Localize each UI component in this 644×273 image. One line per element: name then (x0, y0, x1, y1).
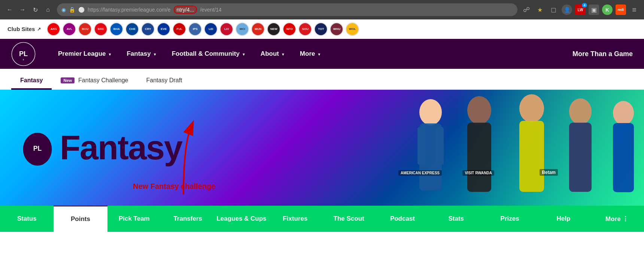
lastpass-badge: 4 (582, 3, 587, 7)
reddit-icon[interactable]: redi (616, 4, 626, 15)
translate-icon[interactable]: ☍ (521, 4, 532, 15)
sponsor-visit-rwanda: VISIT RWANDA (462, 170, 494, 176)
club-logo-brentford[interactable]: BRE (94, 22, 107, 36)
external-link-icon: ↗ (37, 27, 41, 32)
premier-league-arrow-icon: ▼ (108, 52, 112, 56)
status-button[interactable]: Status (0, 206, 54, 232)
transfers-button[interactable]: Transfers (161, 206, 215, 232)
club-logo-fulham[interactable]: FUL (173, 22, 186, 36)
tab-fantasy[interactable]: Fantasy (11, 72, 52, 89)
pl-logo[interactable]: PL ▲ (11, 42, 36, 66)
svg-rect-7 (417, 127, 425, 165)
prizes-button[interactable]: Prizes (483, 206, 537, 232)
extensions-icon[interactable]: ▣ (589, 4, 599, 15)
svg-text:PL: PL (19, 50, 28, 57)
svg-text:▲: ▲ (22, 58, 24, 60)
points-button[interactable]: Points (54, 206, 107, 232)
address-row: https://fantasy.premierleague.com/entry/… (88, 6, 513, 14)
shield-icon: ◉ (61, 7, 66, 13)
nav-football-community[interactable]: Football & Community ▼ (164, 39, 253, 69)
new-badge: New (61, 77, 75, 83)
more-than-game-cta[interactable]: More Than a Game (572, 50, 633, 58)
nav-more[interactable]: More ▼ (292, 39, 329, 69)
club-logo-spurs[interactable]: TOT (314, 22, 328, 36)
browser-chrome: ← → ↻ ⌂ ◉ 🔒 ⚪ https://fantasy.premierlea… (0, 0, 644, 19)
club-logo-chelsea[interactable]: CHE (125, 22, 139, 36)
club-logo-liverpool[interactable]: LIV (220, 22, 233, 36)
back-button[interactable]: ← (4, 4, 15, 15)
menu-icon[interactable]: ≡ (629, 4, 640, 15)
club-logos: ARS AVL BOU BRE BHA CHE CRY EVE FUL IPS … (47, 22, 637, 36)
club-sites-bar: Club Sites ↗ ARS AVL BOU BRE BHA CHE CRY… (0, 19, 644, 39)
svg-rect-10 (467, 123, 491, 192)
key-icon: ⚪ (78, 7, 85, 13)
club-logo-brighton[interactable]: BHA (110, 22, 123, 36)
address-bar-container[interactable]: ◉ 🔒 ⚪ https://fantasy.premierleague.com/… (57, 3, 517, 16)
svg-rect-8 (436, 127, 444, 165)
forward-button[interactable]: → (17, 4, 28, 15)
club-logo-bournemouth[interactable]: BOU (78, 22, 92, 36)
nav-fantasy[interactable]: Fantasy ▼ (119, 39, 164, 69)
club-sites-label: Club Sites (7, 26, 35, 32)
tab-fantasy-challenge[interactable]: New Fantasy Challenge (52, 72, 137, 89)
svg-point-5 (419, 99, 442, 125)
url-before: https://fantasy.premierleague.com/e (88, 7, 171, 13)
hero-banner: PL Fantasy (0, 90, 644, 206)
more-button[interactable]: More ⋮ (590, 206, 644, 232)
club-logo-man-united[interactable]: MUN (251, 22, 265, 36)
reload-button[interactable]: ↻ (30, 4, 40, 15)
stats-button[interactable]: Stats (429, 206, 483, 232)
sponsor-betamind: Betam (540, 169, 558, 176)
club-logo-arsenal[interactable]: ARS (47, 22, 60, 36)
club-logo-aston-villa[interactable]: AVL (63, 22, 76, 36)
football-community-arrow-icon: ▼ (242, 52, 246, 56)
hero-pl-badge: PL (22, 133, 52, 163)
svg-rect-14 (569, 123, 592, 192)
svg-text:PL: PL (33, 145, 42, 152)
svg-point-11 (519, 94, 544, 123)
fantasy-arrow-icon: ▼ (153, 52, 157, 56)
lock-icon: 🔒 (69, 7, 75, 13)
lastpass-icon[interactable]: LW 4 (575, 4, 586, 15)
browser-right-icons: ☍ ★ ◻ 👤 LW 4 ▣ K redi ≡ (521, 4, 640, 15)
club-logo-ipswich[interactable]: IPS (188, 22, 202, 36)
hero-logo-title: PL Fantasy (22, 131, 182, 165)
new-badge-container: New Fantasy Challenge (61, 77, 128, 84)
svg-point-9 (467, 96, 491, 125)
profile-icon[interactable]: 👤 (562, 4, 572, 15)
club-logo-leicester[interactable]: LEI (204, 22, 218, 36)
club-logo-man-city[interactable]: MCI (236, 22, 249, 36)
pocket-icon[interactable]: ◻ (548, 4, 559, 15)
sponsor-american-express: AMERICAN EXPRESS (398, 170, 442, 176)
svg-point-13 (569, 98, 592, 125)
svg-rect-12 (519, 121, 544, 192)
more-arrow-icon: ▼ (317, 52, 321, 56)
hero-title: Fantasy (60, 131, 182, 165)
club-logo-southampton[interactable]: SOU (298, 22, 312, 36)
action-bar: Status Points Pick Team Transfers League… (0, 206, 644, 232)
fantasy-subnav: Fantasy New Fantasy Challenge Fantasy Dr… (0, 69, 644, 90)
club-logo-nottm-forest[interactable]: NFO (283, 22, 296, 36)
fixtures-button[interactable]: Fixtures (268, 206, 322, 232)
user-initial-icon[interactable]: K (602, 4, 613, 15)
pl-nav: Premier League ▼ Fantasy ▼ Football & Co… (51, 39, 558, 69)
club-logo-west-ham[interactable]: WHU (330, 22, 343, 36)
nav-premier-league[interactable]: Premier League ▼ (51, 39, 119, 69)
club-logo-newcastle[interactable]: NEW (267, 22, 280, 36)
svg-rect-16 (613, 123, 634, 192)
the-scout-button[interactable]: The Scout (322, 206, 376, 232)
club-sites-link[interactable]: Club Sites ↗ (7, 26, 41, 32)
podcast-button[interactable]: Podcast (376, 206, 429, 232)
club-logo-crystal-palace[interactable]: CRY (141, 22, 155, 36)
pick-team-button[interactable]: Pick Team (107, 206, 161, 232)
browser-nav-buttons: ← → ↻ ⌂ (4, 4, 53, 15)
nav-about[interactable]: About ▼ (253, 39, 292, 69)
star-icon[interactable]: ★ (535, 4, 545, 15)
url-highlighted: ntry/4... (174, 6, 197, 14)
club-logo-everton[interactable]: EVE (157, 22, 170, 36)
tab-fantasy-draft[interactable]: Fantasy Draft (137, 72, 191, 89)
club-logo-wolves[interactable]: WOL (346, 22, 359, 36)
leagues-cups-button[interactable]: Leagues & Cups (215, 206, 268, 232)
home-button[interactable]: ⌂ (43, 4, 53, 15)
help-button[interactable]: Help (537, 206, 590, 232)
